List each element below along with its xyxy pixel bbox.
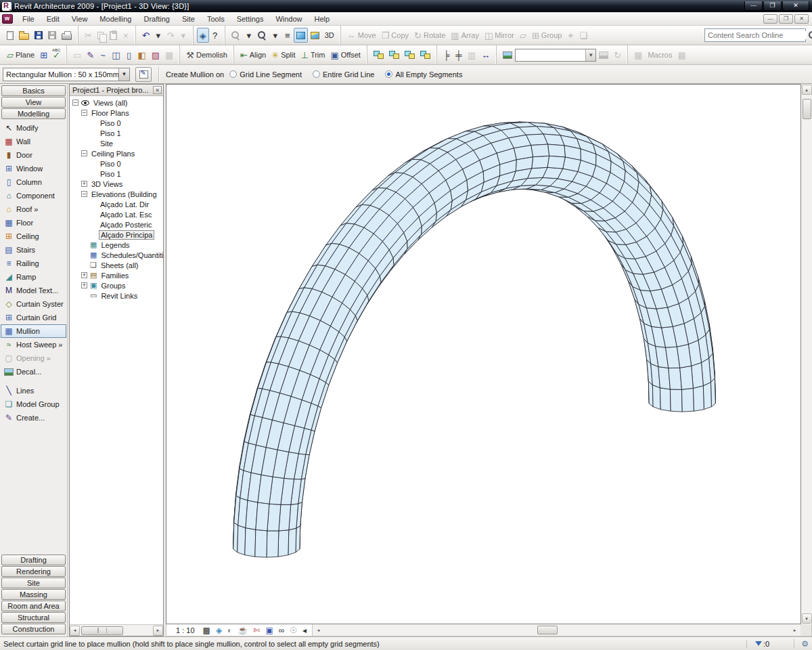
zoom-dropdown-button[interactable]: ▾ bbox=[269, 28, 281, 43]
tab-modelling[interactable]: Modelling bbox=[1, 108, 66, 119]
print-button[interactable] bbox=[59, 28, 74, 43]
tree-item-schedules-quantitie[interactable]: ▦Schedules/Quantitie bbox=[70, 250, 163, 260]
temporary-hide-isolate-icon[interactable]: ∞ bbox=[279, 626, 285, 634]
reveal-hidden-elements-icon[interactable]: ☉ bbox=[290, 626, 297, 634]
tab-room-and-area[interactable]: Room and Area bbox=[1, 601, 66, 611]
restore-button[interactable]: ❐ bbox=[763, 1, 782, 11]
door-opening-button[interactable]: ◫ bbox=[109, 47, 122, 62]
sidebar-item-stairs[interactable]: ▤Stairs bbox=[1, 243, 66, 257]
tree-item-al-ado-lat-esc[interactable]: Alçado Lat. Esc bbox=[70, 209, 163, 219]
tab-massing[interactable]: Massing bbox=[1, 589, 66, 600]
uncut-geometry-button[interactable] bbox=[418, 47, 433, 62]
project-browser-toggle-button[interactable]: ◈ bbox=[197, 28, 209, 43]
render-button[interactable] bbox=[500, 47, 515, 62]
scroll-left-icon[interactable]: ◂ bbox=[313, 625, 323, 635]
sidebar-item-model-group[interactable]: ❏Model Group bbox=[1, 397, 66, 411]
menu-site[interactable]: Site bbox=[176, 13, 201, 25]
sidebar-item-floor[interactable]: ▦Floor bbox=[1, 216, 66, 230]
close-icon[interactable]: ✕ bbox=[153, 86, 162, 94]
thin-lines-button[interactable]: ≡ bbox=[281, 28, 294, 43]
collapse-icon[interactable]: – bbox=[72, 100, 78, 106]
vertical-scrollbar[interactable]: ▴ ▾ bbox=[801, 84, 812, 624]
search-icon[interactable] bbox=[809, 31, 812, 40]
browser-horizontal-scrollbar[interactable]: ◂ ▸ bbox=[70, 624, 163, 636]
child-restore-button[interactable]: ❐ bbox=[779, 14, 793, 24]
shadows-icon[interactable]: ◐ bbox=[227, 626, 232, 634]
work-plane-grid-button[interactable]: ⊞ bbox=[37, 47, 50, 62]
crop-region-visible-icon[interactable]: ▣ bbox=[265, 626, 273, 634]
scale-button[interactable]: 1 : 10 bbox=[172, 626, 199, 634]
3d-view-canvas[interactable] bbox=[166, 84, 801, 624]
work-plane-button[interactable]: ▱Plane bbox=[4, 47, 37, 62]
detach-walls-button[interactable]: ╪ bbox=[453, 47, 465, 62]
menu-edit[interactable]: Edit bbox=[41, 13, 66, 25]
save-button[interactable] bbox=[32, 28, 45, 43]
tree-item-floor-plans[interactable]: –Floor Plans bbox=[70, 108, 163, 118]
dimension-button[interactable]: ↔ bbox=[478, 47, 493, 62]
child-close-button[interactable]: ✕ bbox=[794, 14, 809, 24]
sidebar-item-curtain-syster[interactable]: ◇Curtain Syster bbox=[1, 297, 66, 311]
sidebar-item-decal[interactable]: Decal... bbox=[1, 365, 66, 378]
vscroll-track[interactable] bbox=[803, 95, 811, 613]
sidebar-item-curtain-grid[interactable]: ⊞Curtain Grid bbox=[1, 311, 66, 324]
model-graphics-style-icon[interactable]: ◈ bbox=[216, 626, 222, 634]
window-opening-button[interactable]: ▯ bbox=[122, 47, 135, 62]
tab-view[interactable]: View bbox=[1, 97, 66, 108]
context-help-button[interactable]: ? bbox=[209, 28, 221, 43]
minimize-button[interactable]: — bbox=[744, 1, 763, 11]
menu-view[interactable]: View bbox=[66, 13, 94, 25]
sidebar-item-mullion[interactable]: ▦Mullion bbox=[1, 324, 66, 338]
menu-settings[interactable]: Settings bbox=[231, 13, 270, 25]
close-button[interactable]: ✕ bbox=[782, 1, 809, 11]
sidebar-item-component[interactable]: ⌂Component bbox=[1, 189, 66, 202]
tree-item-site[interactable]: Site bbox=[70, 138, 163, 148]
vscroll-thumb[interactable] bbox=[803, 99, 811, 119]
zoom-button[interactable] bbox=[255, 28, 269, 43]
advanced-model-graphics-icon[interactable]: ☕ bbox=[238, 626, 248, 634]
sidebar-item-railing[interactable]: ≡Railing bbox=[1, 257, 66, 270]
scroll-right-icon[interactable]: ▸ bbox=[790, 625, 800, 635]
tree-item-al-ado-posteric[interactable]: Alçado Posteric bbox=[70, 219, 163, 230]
split-button[interactable]: ✳Split bbox=[269, 47, 298, 62]
tab-drafting[interactable]: Drafting bbox=[1, 555, 66, 565]
scroll-left-icon[interactable]: ◂ bbox=[70, 626, 80, 636]
align-button[interactable]: ⇤Align bbox=[238, 47, 269, 62]
crop-region-icon[interactable]: ✄ bbox=[253, 626, 260, 634]
collapse-icon[interactable]: – bbox=[81, 191, 87, 197]
tree-item-3d-views[interactable]: +3D Views bbox=[70, 179, 163, 189]
menu-modelling[interactable]: Modelling bbox=[93, 13, 137, 25]
trim-button[interactable]: ⊥Trim bbox=[298, 47, 328, 62]
undo-button[interactable]: ↶ bbox=[139, 28, 152, 43]
sidebar-item-lines[interactable]: ╲Lines bbox=[1, 384, 66, 397]
sidebar-item-model-text[interactable]: MModel Text... bbox=[1, 284, 66, 297]
curtain-wall-arch-model[interactable] bbox=[166, 85, 800, 624]
attach-walls-button[interactable]: ╞ bbox=[441, 47, 453, 62]
menu-tools[interactable]: Tools bbox=[201, 13, 231, 25]
radio-all-empty-segments[interactable]: All Empty Segments bbox=[385, 70, 462, 79]
cut-geometry-button[interactable] bbox=[402, 47, 418, 62]
tree-item-elevations-building[interactable]: –Elevations (Building bbox=[70, 189, 163, 199]
unjoin-geometry-button[interactable] bbox=[386, 47, 402, 62]
menu-help[interactable]: Help bbox=[309, 13, 336, 25]
menu-drafting[interactable]: Drafting bbox=[137, 13, 176, 25]
sidebar-item-ramp[interactable]: ◢Ramp bbox=[1, 270, 66, 284]
type-selector-dropdown[interactable]: Rectangular Mullion : 50 x 150mm ▼ bbox=[3, 68, 130, 81]
render-preset-combo[interactable]: ▼ bbox=[515, 49, 596, 62]
sidebar-item-wall[interactable]: ▦Wall bbox=[1, 135, 66, 148]
collapse-arrow-icon[interactable]: ◂ bbox=[302, 626, 307, 634]
zoom-previous-dropdown-button[interactable]: ▾ bbox=[243, 28, 255, 43]
detail-level-icon[interactable]: ▩ bbox=[203, 626, 210, 634]
menu-window[interactable]: Window bbox=[269, 13, 308, 25]
radio-entire-grid-line[interactable]: Entire Grid Line bbox=[313, 70, 374, 79]
collapse-icon[interactable]: – bbox=[81, 110, 87, 116]
undo-dropdown-button[interactable]: ▾ bbox=[152, 28, 164, 43]
expand-icon[interactable]: + bbox=[81, 282, 87, 288]
tree-item-ceiling-plans[interactable]: –Ceiling Plans bbox=[70, 148, 163, 158]
default-3d-view-button[interactable] bbox=[308, 28, 322, 43]
decal-tool-button[interactable]: ▨ bbox=[149, 47, 162, 62]
spline-button[interactable]: ~ bbox=[97, 47, 109, 62]
menu-file[interactable]: File bbox=[16, 13, 41, 25]
tab-construction[interactable]: Construction bbox=[1, 624, 66, 634]
search-input[interactable] bbox=[705, 31, 807, 39]
sidebar-item-column[interactable]: ▯Column bbox=[1, 175, 66, 189]
